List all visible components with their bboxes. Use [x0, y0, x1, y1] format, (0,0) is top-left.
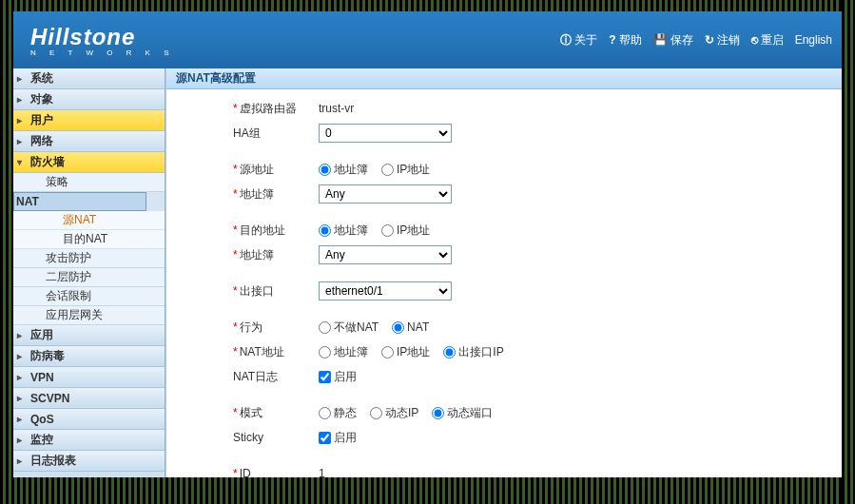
dstaddr-label: *目的地址	[176, 223, 319, 239]
ha-label: HA组	[176, 126, 319, 142]
sticky-check[interactable]: 启用	[319, 430, 357, 446]
brand-sub: N E T W O R K S	[30, 48, 175, 57]
brand-name: Hillstone	[30, 24, 175, 50]
nav-dnat[interactable]: 目的NAT	[13, 230, 165, 249]
topbar: Hillstone N E T W O R K S ⓘ关于 ?帮助 💾保存 ↻注…	[13, 11, 842, 68]
nataddr-ip-radio[interactable]: IP地址	[381, 344, 430, 360]
top-links: ⓘ关于 ?帮助 💾保存 ↻注销 ⎋重启 English	[560, 32, 832, 48]
egress-select[interactable]: ethernet0/1	[319, 281, 452, 300]
info-icon: ⓘ	[560, 32, 572, 48]
nav-monitor[interactable]: ▸监控	[13, 430, 165, 451]
nav-snat[interactable]: 源NAT	[13, 211, 165, 230]
vr-label: *虚拟路由器	[176, 101, 319, 117]
chevron-right-icon: ▸	[17, 435, 22, 445]
logout-link[interactable]: ↻注销	[705, 32, 740, 48]
nav-sesslimit[interactable]: 会话限制	[13, 287, 165, 306]
nav-atkdef[interactable]: 攻击防护	[13, 249, 165, 268]
dstaddr-book-radio[interactable]: 地址簿	[319, 223, 368, 239]
chevron-right-icon: ▸	[17, 115, 22, 126]
nav-l2def[interactable]: 二层防护	[13, 268, 165, 287]
action-label: *行为	[176, 320, 319, 336]
nav-user[interactable]: ▸用户	[13, 110, 165, 131]
mode-label: *模式	[176, 405, 319, 421]
logout-icon: ↻	[705, 33, 714, 47]
save-icon: 💾	[653, 33, 668, 47]
chevron-right-icon: ▸	[17, 414, 22, 424]
mode-static-radio[interactable]: 静态	[319, 405, 357, 421]
dstaddr-ip-radio[interactable]: IP地址	[381, 223, 430, 239]
nav-vpn[interactable]: ▸VPN	[13, 367, 165, 388]
nav-app[interactable]: ▸应用	[13, 325, 165, 346]
chevron-right-icon: ▸	[17, 372, 22, 382]
nataddr-label: *NAT地址	[176, 344, 319, 360]
natlog-check[interactable]: 启用	[319, 369, 357, 385]
srcaddr-label: *源地址	[176, 162, 319, 178]
dstbook-label: *地址簿	[176, 247, 319, 263]
reboot-link[interactable]: ⎋重启	[751, 32, 784, 48]
chevron-right-icon: ▸	[17, 136, 22, 146]
help-link[interactable]: ?帮助	[609, 32, 641, 48]
chevron-right-icon: ▸	[17, 456, 22, 466]
main-panel: 源NAT高级配置 *虚拟路由器 trust-vr HA组 0 *源地址 地址簿 …	[165, 68, 842, 477]
action-nat-radio[interactable]: NAT	[392, 320, 429, 334]
nav-scvpn[interactable]: ▸SCVPN	[13, 388, 165, 409]
srcaddr-ip-radio[interactable]: IP地址	[381, 162, 430, 178]
srcaddr-book-radio[interactable]: 地址簿	[319, 162, 368, 178]
mode-radios: 静态 动态IP 动态端口	[319, 405, 832, 421]
chevron-down-icon: ▾	[17, 157, 22, 167]
mode-dynport-radio[interactable]: 动态端口	[432, 405, 493, 421]
nav-log[interactable]: ▸日志报表	[13, 451, 165, 472]
action-no-radio[interactable]: 不做NAT	[319, 320, 379, 336]
dstbook-select[interactable]: Any	[319, 245, 452, 264]
action-radios: 不做NAT NAT	[319, 320, 832, 336]
nav-policy[interactable]: 策略	[13, 173, 165, 192]
sidebar: ▸系统 ▸对象 ▸用户 ▸网络 ▾防火墙 策略 NAT 源NAT 目的NAT 攻…	[13, 68, 165, 477]
nav-network[interactable]: ▸网络	[13, 131, 165, 152]
nataddr-radios: 地址簿 IP地址 出接口IP	[319, 344, 832, 360]
nav-firewall[interactable]: ▾防火墙	[13, 152, 165, 173]
nav-av[interactable]: ▸防病毒	[13, 346, 165, 367]
chevron-right-icon: ▸	[17, 94, 22, 105]
nav-algw[interactable]: 应用层网关	[13, 306, 165, 325]
id-label: *ID	[176, 467, 319, 477]
id-value: 1	[319, 467, 325, 477]
chevron-right-icon: ▸	[17, 73, 22, 84]
chevron-right-icon: ▸	[17, 393, 22, 403]
natlog-label: NAT日志	[176, 369, 319, 385]
dstaddr-radios: 地址簿 IP地址	[319, 223, 832, 239]
srcbook-select[interactable]: Any	[319, 184, 452, 204]
chevron-right-icon: ▸	[17, 330, 22, 340]
egress-label: *出接口	[176, 283, 319, 300]
chevron-right-icon: ▸	[17, 351, 22, 361]
vr-value: trust-vr	[319, 102, 354, 115]
app-frame: Hillstone N E T W O R K S ⓘ关于 ?帮助 💾保存 ↻注…	[13, 11, 842, 477]
reboot-icon: ⎋	[751, 33, 758, 47]
ha-select[interactable]: 0	[319, 124, 452, 143]
nataddr-out-radio[interactable]: 出接口IP	[443, 344, 503, 360]
save-link[interactable]: 💾保存	[653, 32, 693, 48]
nav-nat[interactable]: NAT	[13, 192, 146, 211]
panel-title: 源NAT高级配置	[166, 68, 842, 89]
nav-qos[interactable]: ▸QoS	[13, 409, 165, 430]
nataddr-book-radio[interactable]: 地址簿	[319, 344, 368, 360]
about-link[interactable]: ⓘ关于	[560, 32, 597, 48]
nav-object[interactable]: ▸对象	[13, 89, 165, 110]
mode-dynip-radio[interactable]: 动态IP	[370, 405, 418, 421]
nav-system[interactable]: ▸系统	[13, 68, 165, 89]
help-icon: ?	[609, 33, 615, 47]
sticky-label: Sticky	[176, 431, 319, 444]
snat-form: *虚拟路由器 trust-vr HA组 0 *源地址 地址簿 IP地址 *地址簿	[166, 89, 842, 477]
srcbook-label: *地址簿	[176, 186, 319, 203]
lang-link[interactable]: English	[795, 33, 832, 47]
brand-logo: Hillstone N E T W O R K S	[30, 24, 175, 57]
srcaddr-radios: 地址簿 IP地址	[319, 162, 832, 178]
